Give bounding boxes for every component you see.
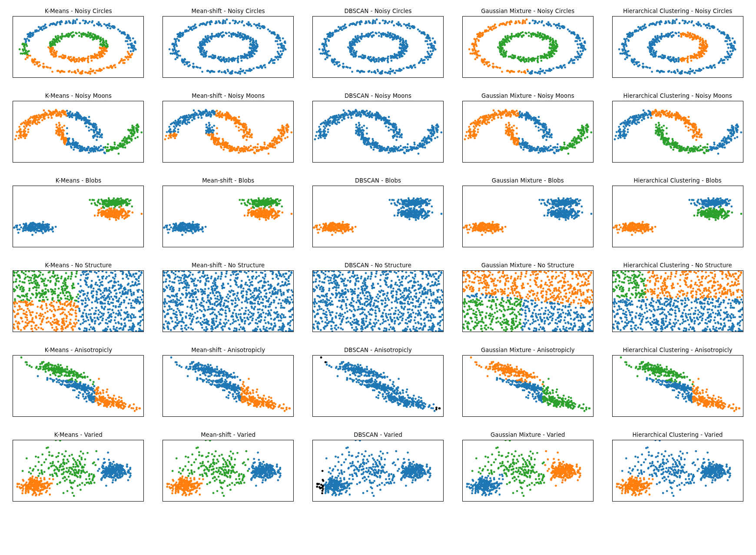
svg-point-12936 — [543, 328, 545, 330]
svg-point-20381 — [637, 475, 639, 477]
svg-point-13108 — [663, 294, 665, 296]
svg-point-13591 — [703, 308, 705, 310]
svg-point-6978 — [271, 199, 273, 201]
svg-point-13263 — [671, 286, 673, 289]
svg-point-18546 — [365, 467, 368, 469]
svg-point-12811 — [568, 303, 570, 306]
svg-point-5377 — [575, 137, 577, 140]
svg-point-10581 — [166, 272, 168, 274]
svg-point-17699 — [110, 467, 113, 469]
svg-point-9907 — [77, 301, 80, 303]
svg-point-5178 — [490, 114, 492, 116]
svg-point-20398 — [705, 472, 707, 474]
svg-point-15965 — [530, 373, 532, 376]
svg-point-20469 — [659, 465, 661, 468]
svg-point-9982 — [135, 316, 137, 318]
svg-point-14870 — [225, 375, 228, 377]
svg-point-7335 — [348, 229, 350, 232]
svg-point-12472 — [502, 272, 504, 274]
svg-point-13870 — [684, 305, 686, 307]
svg-point-15680 — [419, 405, 421, 408]
scatter-plot — [163, 17, 293, 77]
svg-point-15814 — [507, 364, 509, 366]
svg-point-12480 — [491, 313, 493, 316]
svg-point-15703 — [387, 390, 389, 392]
svg-point-389 — [32, 32, 34, 34]
svg-point-16396 — [561, 404, 564, 406]
svg-point-15555 — [414, 398, 417, 400]
svg-point-10329 — [277, 289, 279, 291]
svg-point-15785 — [373, 374, 375, 376]
svg-point-7119 — [272, 208, 274, 210]
svg-point-16785 — [680, 387, 682, 389]
svg-point-1658 — [375, 33, 378, 35]
svg-point-825 — [268, 62, 270, 64]
svg-point-10277 — [205, 278, 207, 280]
svg-point-19195 — [481, 475, 483, 478]
svg-point-15661 — [390, 386, 392, 389]
svg-point-13238 — [702, 275, 704, 277]
svg-point-18089 — [206, 475, 208, 477]
svg-point-13811 — [693, 320, 696, 322]
svg-point-16977 — [703, 403, 705, 405]
svg-point-15780 — [376, 384, 378, 386]
svg-point-899 — [193, 27, 195, 30]
svg-point-12370 — [580, 291, 582, 293]
svg-point-17174 — [19, 486, 21, 489]
svg-point-11456 — [324, 316, 326, 318]
svg-point-14132 — [82, 377, 84, 379]
svg-point-12342 — [532, 273, 534, 275]
svg-point-10996 — [291, 289, 293, 292]
svg-point-5870 — [706, 146, 708, 149]
svg-point-4789 — [362, 130, 365, 132]
svg-point-13425 — [626, 319, 628, 321]
svg-point-15193 — [246, 388, 249, 390]
svg-point-226 — [91, 60, 93, 62]
svg-point-1780 — [397, 35, 399, 37]
svg-point-8998 — [731, 212, 733, 214]
svg-point-18042 — [243, 474, 245, 476]
svg-point-2940 — [706, 44, 708, 46]
svg-point-2514 — [618, 48, 620, 50]
svg-point-11308 — [401, 319, 403, 322]
svg-point-437 — [24, 47, 26, 49]
svg-point-9980 — [83, 321, 86, 323]
svg-point-18094 — [229, 455, 231, 457]
svg-point-10696 — [168, 322, 170, 325]
svg-point-1996 — [540, 21, 543, 23]
svg-point-12309 — [565, 296, 567, 298]
svg-point-8078 — [570, 197, 572, 199]
svg-point-14419 — [62, 383, 64, 385]
svg-point-11295 — [328, 288, 331, 290]
svg-point-18951 — [388, 475, 390, 477]
svg-point-10862 — [171, 286, 173, 288]
svg-point-2589 — [727, 35, 729, 37]
svg-point-8957 — [719, 211, 721, 213]
svg-point-7976 — [478, 223, 481, 226]
svg-point-11351 — [383, 309, 385, 311]
svg-point-11093 — [430, 305, 432, 307]
svg-point-9608 — [120, 309, 123, 311]
svg-point-20432 — [656, 483, 658, 485]
svg-point-9774 — [85, 277, 87, 279]
svg-point-7709 — [401, 215, 403, 217]
svg-point-11966 — [332, 274, 334, 276]
svg-point-9635 — [78, 297, 80, 299]
svg-point-888 — [271, 32, 273, 34]
svg-point-1909 — [480, 32, 482, 34]
svg-point-13858 — [668, 321, 670, 323]
svg-point-12939 — [564, 329, 566, 331]
svg-point-19007 — [335, 489, 337, 491]
svg-point-10186 — [176, 319, 178, 321]
chart-panel — [462, 440, 594, 502]
svg-point-18975 — [354, 472, 356, 474]
svg-point-13848 — [687, 313, 690, 316]
svg-point-19771 — [555, 475, 557, 477]
svg-point-11856 — [328, 271, 330, 273]
svg-point-4101 — [191, 119, 193, 121]
svg-point-11807 — [441, 299, 443, 301]
svg-point-5655 — [627, 128, 629, 130]
svg-point-8100 — [580, 206, 583, 208]
svg-point-12627 — [476, 298, 478, 300]
svg-point-15774 — [396, 391, 398, 393]
